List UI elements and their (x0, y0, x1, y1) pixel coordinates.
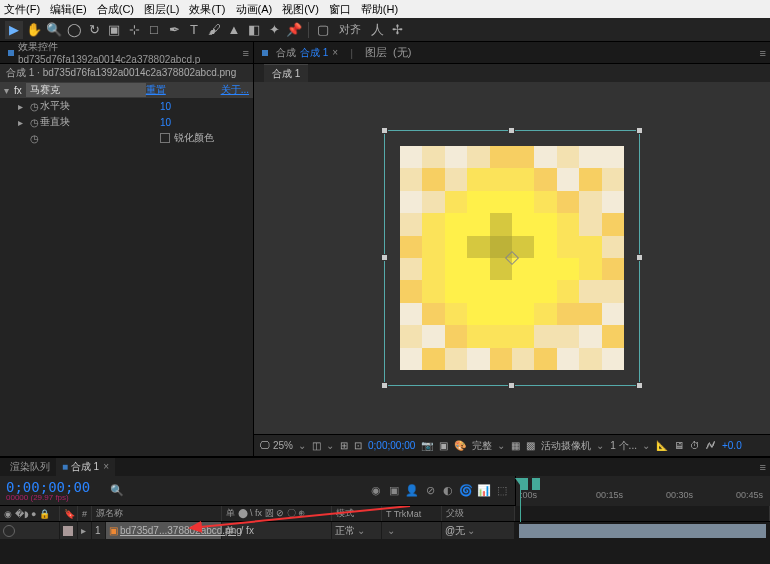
pin-tool[interactable]: 📌 (285, 21, 303, 39)
handle-bm[interactable] (508, 382, 515, 389)
view-opt1-icon[interactable]: 📐 (656, 440, 668, 451)
workarea-end[interactable] (532, 478, 540, 490)
brush-tool[interactable]: 🖌 (205, 21, 223, 39)
menu-file[interactable]: 文件(F) (4, 2, 40, 17)
panel-menu-icon[interactable]: ≡ (760, 461, 766, 473)
tl-opt8-icon[interactable]: ⬚ (495, 484, 509, 498)
exposure-value[interactable]: +0.0 (722, 440, 742, 451)
tab-comp-timeline[interactable]: ■ 合成 1× (56, 458, 115, 476)
layer-row[interactable]: ▸ 1 ▣bd735d7...378802abcd.png 单 / fx 正常 … (0, 522, 515, 540)
trkmat-dropdown[interactable] (382, 522, 442, 539)
effects-tab[interactable]: 效果控件 bd735d76fa1392a0014c2a378802abcd.p (4, 38, 243, 67)
guide-icon[interactable]: ⊡ (354, 440, 362, 451)
menu-effect[interactable]: 效果(T) (189, 2, 225, 17)
res-half-icon[interactable]: ◫ (312, 440, 334, 451)
tl-opt4-icon[interactable]: ⊘ (423, 484, 437, 498)
handle-tr[interactable] (636, 127, 643, 134)
comp-subtab[interactable]: 合成 1 (264, 64, 308, 83)
transparency-icon[interactable]: ▩ (526, 440, 535, 451)
tl-opt5-icon[interactable]: ◐ (441, 484, 455, 498)
rect-tool[interactable]: □ (145, 21, 163, 39)
roto-tool[interactable]: ✦ (265, 21, 283, 39)
menu-comp[interactable]: 合成(C) (97, 2, 134, 17)
col-source-name[interactable]: 源名称 (92, 506, 222, 521)
eraser-tool[interactable]: ◧ (245, 21, 263, 39)
menu-edit[interactable]: 编辑(E) (50, 2, 87, 17)
about-link[interactable]: 关于... (221, 83, 249, 97)
resolution-dropdown[interactable]: 完整 (472, 439, 505, 453)
panel-menu-icon[interactable]: ≡ (760, 47, 766, 59)
vblocks-value[interactable]: 10 (160, 117, 171, 128)
parent-dropdown[interactable]: 无 (455, 524, 475, 538)
stamp-tool[interactable]: ▲ (225, 21, 243, 39)
pickwhip-icon[interactable]: @ (445, 525, 455, 536)
snap-opts2-icon[interactable]: ✢ (388, 21, 406, 39)
expand-layer-icon[interactable]: ▸ (81, 525, 88, 536)
tl-opt2-icon[interactable]: ▣ (387, 484, 401, 498)
visibility-icon[interactable] (3, 525, 15, 537)
orbit-tool[interactable]: ◯ (65, 21, 83, 39)
layer-duration-bar[interactable] (519, 524, 766, 538)
snapshot-icon[interactable]: 📷 (421, 440, 433, 451)
comp-viewer[interactable] (254, 82, 770, 434)
rotate-tool[interactable]: ↻ (85, 21, 103, 39)
anchor-tool[interactable]: ⊹ (125, 21, 143, 39)
color-icon[interactable]: 🎨 (454, 440, 466, 451)
tl-opt1-icon[interactable]: ◉ (369, 484, 383, 498)
menu-window[interactable]: 窗口 (329, 2, 351, 17)
zoom-tool[interactable]: 🔍 (45, 21, 63, 39)
menu-layer[interactable]: 图层(L) (144, 2, 179, 17)
text-tool[interactable]: T (185, 21, 203, 39)
snap-opts-icon[interactable]: 人 (368, 21, 386, 39)
expand-icon[interactable]: ▸ (18, 117, 28, 128)
timecode-display[interactable]: 0;00;00;00 (368, 440, 415, 451)
blend-mode-dropdown[interactable]: 正常 (332, 522, 382, 539)
view-opt2-icon[interactable]: 🖥 (674, 440, 684, 451)
time-ruler[interactable]: :00s 00:15s 00:30s 00:45s (515, 476, 770, 506)
handle-bl[interactable] (381, 382, 388, 389)
stopwatch-icon[interactable]: ◷ (28, 117, 40, 128)
views-dropdown[interactable]: 1 个... (610, 439, 650, 453)
selection-tool[interactable]: ▶ (5, 21, 23, 39)
channel-icon[interactable]: ▣ (439, 440, 448, 451)
hblocks-value[interactable]: 10 (160, 101, 171, 112)
handle-mr[interactable] (636, 254, 643, 261)
handle-ml[interactable] (381, 254, 388, 261)
fx-collapse-icon[interactable]: ▾ (4, 85, 14, 96)
sharp-checkbox[interactable] (160, 133, 170, 143)
stopwatch-icon[interactable]: ◷ (28, 133, 40, 144)
layer-switches[interactable]: 单 / fx (225, 524, 254, 538)
view-opt4-icon[interactable]: 🗲 (706, 440, 716, 451)
menu-anim[interactable]: 动画(A) (236, 2, 273, 17)
motion-blur-icon[interactable]: 🌀 (459, 484, 473, 498)
panel-menu-icon[interactable]: ≡ (243, 47, 249, 59)
stopwatch-icon[interactable]: ◷ (28, 101, 40, 112)
graph-icon[interactable]: 📊 (477, 484, 491, 498)
shy-icon[interactable]: 👤 (405, 484, 419, 498)
tab-render-queue[interactable]: 渲染队列 (4, 458, 56, 476)
roi-icon[interactable]: ▦ (511, 440, 520, 451)
menu-view[interactable]: 视图(V) (282, 2, 319, 17)
grid-icon[interactable]: ⊞ (340, 440, 348, 451)
close-icon[interactable]: × (332, 47, 338, 58)
handle-tl[interactable] (381, 127, 388, 134)
label-color[interactable] (63, 526, 73, 536)
menu-help[interactable]: 帮助(H) (361, 2, 398, 17)
image-icon: ▣ (109, 525, 118, 536)
ruler-tick: 00:45s (736, 490, 763, 500)
expand-icon[interactable]: ▸ (18, 101, 28, 112)
camera-dropdown[interactable]: 活动摄像机 (541, 439, 604, 453)
reset-link[interactable]: 重置 (146, 83, 166, 97)
handle-tm[interactable] (508, 127, 515, 134)
comp-tab[interactable]: 合成 合成 1 × (258, 44, 342, 62)
pen-tool[interactable]: ✒ (165, 21, 183, 39)
search-icon[interactable]: 🔍 (110, 484, 124, 497)
snap-toggle[interactable]: ▢ (314, 21, 332, 39)
camera-tool[interactable]: ▣ (105, 21, 123, 39)
view-opt3-icon[interactable]: ⏱ (690, 440, 700, 451)
hand-tool[interactable]: ✋ (25, 21, 43, 39)
close-icon[interactable]: × (103, 461, 109, 472)
zoom-dropdown[interactable]: 🖵25% (260, 440, 306, 451)
handle-br[interactable] (636, 382, 643, 389)
effect-name[interactable]: 马赛克 (26, 83, 146, 97)
